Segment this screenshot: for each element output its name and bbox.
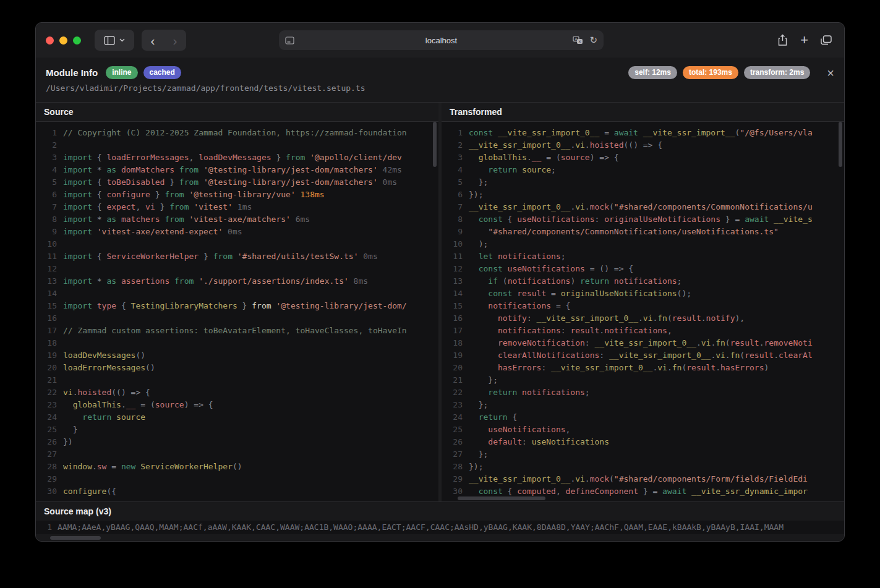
transformed-code-line: 30 const { computed, defineComponent } =… (442, 485, 844, 498)
source-code-line: 8import * as matchers from 'vitest-axe/m… (36, 213, 438, 226)
transformed-code-line: 12 const useNotifications = () => { (442, 263, 844, 275)
sourcemap-line: 1 AAMA;AAeA,yBAAG,QAAQ,MAAM;AACf,aAAW,KA… (36, 521, 844, 534)
source-code-line: 26}) (36, 436, 438, 448)
transformed-code-line: 28}); (442, 461, 844, 473)
timing-badge-total: total: 193ms (683, 66, 738, 79)
transformed-code-line: 17 notifications: result.notifications, (442, 325, 844, 337)
module-file-path: /Users/vladimir/Projects/zammad/app/fron… (46, 83, 834, 93)
transformed-code[interactable]: 1const __vite_ssr_import_0__ = await __v… (442, 122, 844, 501)
transformed-code-line: 22 return notifications; (442, 386, 844, 399)
transformed-horizontal-scrollbar[interactable] (458, 496, 545, 500)
svg-text:x: x (579, 39, 581, 44)
sidebar-toggle-button[interactable] (95, 30, 134, 51)
source-vertical-scrollbar[interactable] (433, 122, 437, 167)
transformed-code-line: 23 }; (442, 399, 844, 411)
source-panel: Source 1// Copyright (C) 2012-2025 Zamma… (36, 103, 438, 501)
source-code-line: 6import { configure } from '@testing-lib… (36, 189, 438, 201)
transformed-code-line: 5 }; (442, 176, 844, 189)
transformed-panel: Transformed 1const __vite_ssr_import_0__… (442, 103, 844, 501)
source-code-line: 29 (36, 473, 438, 485)
translate-icon[interactable]: x A (573, 36, 583, 45)
page-settings-icon[interactable] (285, 36, 294, 45)
address-bar[interactable]: localhost x A ↻ (279, 30, 604, 50)
forward-button[interactable]: › (164, 30, 186, 51)
zoom-window-button[interactable] (73, 36, 81, 45)
source-code-line: 20loadErrorMessages() (36, 362, 438, 374)
minimize-window-button[interactable] (59, 36, 67, 45)
back-button[interactable]: ‹ (142, 30, 164, 51)
source-code-line: 19loadDevMessages() (36, 349, 438, 362)
tab-overview-icon[interactable] (821, 35, 832, 45)
code-panels: Source 1// Copyright (C) 2012-2025 Zamma… (36, 102, 844, 501)
transformed-code-line: 10 ); (442, 238, 844, 250)
browser-window: ‹ › localhost x A (35, 22, 845, 542)
transformed-code-line: 1const __vite_ssr_import_0__ = await __v… (442, 127, 844, 139)
transformed-code-line: 16 notify: __vite_ssr_import_0__.vi.fn(r… (442, 312, 844, 325)
transformed-code-line: 11 let notifications; (442, 250, 844, 263)
transformed-code-line: 8 const { useNotifications: originalUseN… (442, 213, 844, 226)
transformed-code-line: 19 clearAllNotifications: __vite_ssr_imp… (442, 349, 844, 362)
source-code-line: 18 (36, 337, 438, 349)
sidebar-icon (104, 36, 115, 45)
transformed-code-line: 20 hasErrors: __vite_ssr_import_0__.vi.f… (442, 362, 844, 374)
browser-titlebar: ‹ › localhost x A (36, 23, 844, 58)
badge-inline: inline (106, 66, 137, 79)
transformed-code-line: 24 return { (442, 411, 844, 424)
transformed-code-line: 15 notifications = { (442, 300, 844, 312)
source-code-line: 9import 'vitest-axe/extend-expect' 0ms (36, 226, 438, 238)
transformed-code-line: 6}); (442, 189, 844, 201)
transformed-code-line: 7__vite_ssr_import_0__.vi.mock("#shared/… (442, 201, 844, 213)
transformed-panel-title: Transformed (442, 103, 844, 122)
source-code-line: 14 (36, 288, 438, 300)
transformed-code-line: 26 default: useNotifications (442, 436, 844, 448)
address-bar-actions: x A ↻ (573, 35, 597, 46)
badge-cached: cached (143, 66, 181, 79)
source-code-line: 30configure({ (36, 485, 438, 498)
source-code-line: 25 } (36, 424, 438, 436)
traffic-lights (46, 36, 81, 45)
source-code-line: 21 (36, 374, 438, 386)
svg-text:A: A (575, 37, 578, 42)
module-info-header: Module Info inline cached self: 12ms tot… (36, 58, 844, 102)
transformed-code-line: 2__vite_ssr_import_0__.vi.hoisted(() => … (442, 139, 844, 151)
transformed-code-line: 13 if (notifications) return notificatio… (442, 275, 844, 288)
page-title: Module Info (46, 67, 98, 78)
transformed-code-line: 21 }; (442, 374, 844, 386)
transformed-vertical-scrollbar[interactable] (839, 122, 842, 167)
source-code-line: 3import { loadErrorMessages, loadDevMess… (36, 151, 438, 164)
source-code-line: 2 (36, 139, 438, 151)
sourcemap-horizontal-scrollbar[interactable] (50, 536, 101, 540)
sourcemap-line-number: 1 (36, 521, 52, 534)
source-code-line: 10 (36, 238, 438, 250)
source-code-line: 15import type { TestingLibraryMatchers }… (36, 300, 438, 312)
source-code-line: 24 return source (36, 411, 438, 424)
transformed-code-line: 9 "#shared/components/CommonNotification… (442, 226, 844, 238)
titlebar-right-actions: + (777, 23, 832, 58)
transformed-code-line: 4 return source; (442, 164, 844, 176)
source-code-line: 23 globalThis.__ = (source) => { (36, 399, 438, 411)
close-panel-button[interactable]: × (827, 67, 834, 79)
source-code-line: 7import { expect, vi } from 'vitest' 1ms (36, 201, 438, 213)
source-code-line: 22vi.hoisted(() => { (36, 386, 438, 399)
source-code-line: 16 (36, 312, 438, 325)
source-code-line: 13import * as assertions from './support… (36, 275, 438, 288)
timing-badge-transform: transform: 2ms (744, 66, 810, 79)
close-window-button[interactable] (46, 36, 54, 45)
transformed-code-line: 14 const result = originalUseNotificatio… (442, 288, 844, 300)
timing-badge-self: self: 12ms (628, 66, 677, 79)
source-code-line: 27 (36, 448, 438, 461)
source-code-line: 4import * as domMatchers from '@testing-… (36, 164, 438, 176)
source-code-line: 11import { ServiceWorkerHelper } from '#… (36, 250, 438, 263)
url-text: localhost (279, 36, 604, 45)
transformed-code-line: 29__vite_ssr_import_0__.vi.mock("#shared… (442, 473, 844, 485)
source-code-line: 1// Copyright (C) 2012-2025 Zammad Found… (36, 127, 438, 139)
source-code-line: 17// Zammad custom assertions: toBeAvata… (36, 325, 438, 337)
new-tab-button[interactable]: + (800, 33, 808, 47)
sourcemap-mappings: AAMA;AAeA,yBAAG,QAAQ,MAAM;AACf,aAAW,KAAK… (52, 521, 784, 534)
share-icon[interactable] (777, 34, 788, 46)
reload-icon[interactable]: ↻ (589, 35, 597, 46)
source-code[interactable]: 1// Copyright (C) 2012-2025 Zammad Found… (36, 122, 438, 501)
source-code-line: 5import { toBeDisabled } from '@testing-… (36, 176, 438, 189)
source-panel-title: Source (36, 103, 438, 122)
source-code-line: 28window.sw = new ServiceWorkerHelper() (36, 461, 438, 473)
